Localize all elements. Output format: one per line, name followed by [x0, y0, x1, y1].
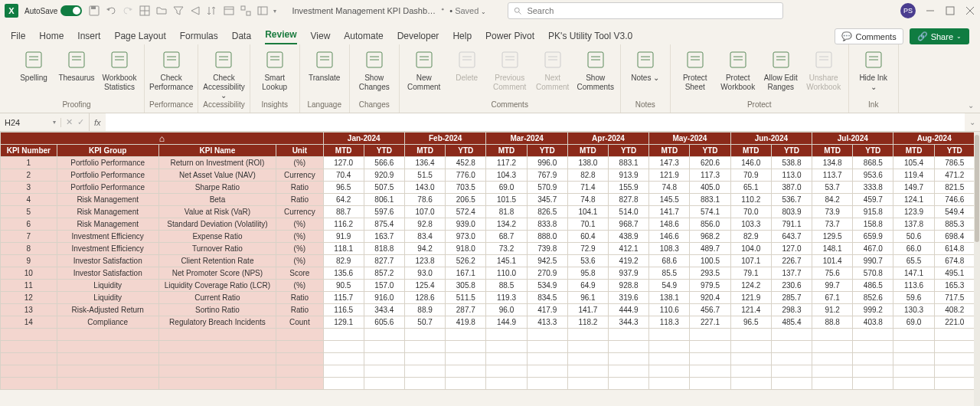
- cell[interactable]: 60.4: [567, 231, 608, 243]
- borders-icon[interactable]: [139, 5, 151, 17]
- filter-icon[interactable]: [172, 5, 185, 17]
- cell[interactable]: 9: [1, 255, 57, 267]
- name-box[interactable]: H24▾: [0, 118, 61, 127]
- ribbon-spelling[interactable]: Spelling: [14, 46, 54, 100]
- cell[interactable]: 149.7: [893, 182, 934, 194]
- cell[interactable]: 84.2: [812, 194, 853, 206]
- cell[interactable]: [567, 341, 608, 353]
- cell[interactable]: 138.1: [649, 292, 690, 304]
- cell[interactable]: 137.8: [893, 218, 934, 231]
- cell[interactable]: [771, 329, 812, 341]
- cell[interactable]: [1, 341, 57, 353]
- tab-home[interactable]: Home: [39, 28, 64, 44]
- cell[interactable]: Return on Investment (ROI): [158, 157, 276, 169]
- cell[interactable]: 71.4: [567, 182, 608, 194]
- cell[interactable]: 99.7: [812, 280, 853, 292]
- cell[interactable]: 68.7: [486, 231, 527, 243]
- cell[interactable]: YTD: [364, 145, 404, 157]
- cell[interactable]: 135.6: [323, 267, 364, 280]
- cell[interactable]: MTD: [323, 145, 364, 157]
- cell[interactable]: 117.2: [486, 157, 527, 169]
- cell[interactable]: 143.0: [404, 182, 445, 194]
- share-icon[interactable]: [189, 5, 201, 17]
- pivot-icon[interactable]: [240, 5, 252, 17]
- cell[interactable]: YTD: [609, 145, 649, 157]
- tab-power-pivot[interactable]: Power Pivot: [485, 28, 534, 44]
- cell[interactable]: 916.0: [364, 292, 404, 304]
- cell[interactable]: Aug-2024: [893, 133, 975, 145]
- cell[interactable]: [57, 353, 158, 365]
- cell[interactable]: [812, 341, 853, 353]
- cell[interactable]: [276, 353, 323, 365]
- ribbon-new-comment[interactable]: New Comment: [404, 46, 444, 100]
- cell[interactable]: (%): [276, 255, 323, 267]
- cell[interactable]: 459.7: [853, 194, 893, 206]
- cell[interactable]: [893, 378, 934, 390]
- cell[interactable]: [812, 365, 853, 378]
- cancel-icon[interactable]: ✕: [66, 117, 73, 127]
- ribbon-collapse-icon[interactable]: ⌄: [968, 101, 974, 110]
- cell[interactable]: 833.8: [527, 218, 567, 231]
- cell[interactable]: [730, 378, 771, 390]
- cell[interactable]: 875.4: [364, 218, 404, 231]
- cell[interactable]: Standard Deviation (Volatility): [158, 218, 276, 231]
- cell[interactable]: 298.3: [771, 304, 812, 316]
- cell[interactable]: 776.0: [446, 169, 486, 182]
- cell[interactable]: 59.6: [893, 292, 934, 304]
- cell[interactable]: 387.0: [771, 182, 812, 194]
- cell[interactable]: 129.1: [323, 316, 364, 329]
- cell[interactable]: 549.4: [934, 206, 975, 218]
- cell[interactable]: [893, 353, 934, 365]
- cell[interactable]: [486, 329, 527, 341]
- cell[interactable]: MTD: [649, 145, 690, 157]
- cell[interactable]: (%): [276, 157, 323, 169]
- cell[interactable]: 127.0: [323, 157, 364, 169]
- cell[interactable]: 883.1: [690, 194, 730, 206]
- cell[interactable]: [567, 329, 608, 341]
- cell[interactable]: 293.5: [690, 267, 730, 280]
- cell[interactable]: 69.0: [486, 182, 527, 194]
- cell[interactable]: 803.9: [771, 206, 812, 218]
- cell[interactable]: [323, 329, 364, 341]
- cell[interactable]: 92.8: [404, 218, 445, 231]
- cell[interactable]: YTD: [934, 145, 975, 157]
- cell[interactable]: 8: [1, 243, 57, 255]
- cell[interactable]: 104.3: [486, 169, 527, 182]
- cell[interactable]: 167.1: [446, 267, 486, 280]
- cell[interactable]: 538.8: [771, 157, 812, 169]
- cell[interactable]: Jul-2024: [812, 133, 893, 145]
- cell[interactable]: 145.1: [486, 255, 527, 267]
- cell[interactable]: [158, 365, 276, 378]
- cell[interactable]: 419.8: [446, 316, 486, 329]
- cell[interactable]: YTD: [853, 145, 893, 157]
- cell[interactable]: [934, 341, 975, 353]
- ribbon-show-changes[interactable]: Show Changes: [354, 46, 394, 100]
- cell[interactable]: 70.4: [323, 169, 364, 182]
- cell[interactable]: 108.3: [649, 243, 690, 255]
- cell[interactable]: 79.1: [730, 267, 771, 280]
- cell[interactable]: 920.9: [364, 169, 404, 182]
- cell[interactable]: 118.3: [649, 316, 690, 329]
- cell[interactable]: 81.8: [486, 206, 527, 218]
- cell[interactable]: 146.6: [649, 231, 690, 243]
- cell[interactable]: [486, 378, 527, 390]
- ribbon-protect-sheet[interactable]: Protect Sheet: [675, 46, 715, 100]
- cell[interactable]: Compliance: [57, 316, 158, 329]
- cell[interactable]: 69.0: [893, 316, 934, 329]
- cell[interactable]: 419.2: [609, 255, 649, 267]
- cell[interactable]: 141.7: [649, 206, 690, 218]
- cell[interactable]: 94.2: [404, 243, 445, 255]
- cell[interactable]: [853, 353, 893, 365]
- cell[interactable]: Turnover Ratio: [158, 243, 276, 255]
- cell[interactable]: 121.9: [649, 169, 690, 182]
- cell[interactable]: 116.5: [323, 304, 364, 316]
- autosave-toggle[interactable]: [60, 5, 82, 16]
- cell[interactable]: 70.9: [730, 169, 771, 182]
- cell[interactable]: [364, 353, 404, 365]
- cell[interactable]: [771, 353, 812, 365]
- cell[interactable]: 973.0: [446, 231, 486, 243]
- cell[interactable]: [934, 353, 975, 365]
- cell[interactable]: Investment Efficiency: [57, 231, 158, 243]
- cell[interactable]: 101.5: [486, 194, 527, 206]
- cell[interactable]: [404, 353, 445, 365]
